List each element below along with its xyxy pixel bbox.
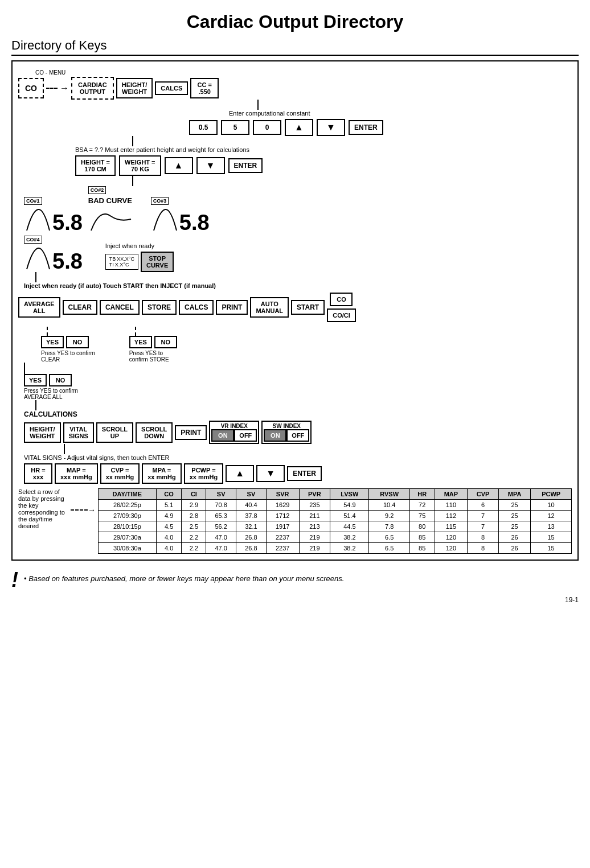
calc-height-weight-button[interactable]: HEIGHT/ WEIGHT: [24, 422, 61, 443]
calc-scroll-up-button[interactable]: SCROLL UP: [96, 422, 133, 443]
cc-val2[interactable]: 5: [221, 120, 249, 135]
vr-off-button[interactable]: OFF: [234, 429, 257, 442]
avg-no-button[interactable]: NO: [49, 374, 72, 386]
co1-svg: [24, 205, 52, 233]
table-cell: 6.5: [369, 532, 409, 543]
cc-up-arrow[interactable]: ▲: [285, 119, 313, 136]
arrow-comp-down: [132, 136, 572, 146]
table-cell: 213: [299, 521, 330, 532]
table-header-row: DAY/TIME CO CI SV SV SVR PVR LVSW RVSW H…: [98, 489, 571, 500]
table-cell: 72: [409, 500, 435, 511]
table-cell: 65.3: [206, 511, 236, 521]
cc-val1[interactable]: 0.5: [189, 120, 218, 135]
co4-inject-row: CO#4 5.8 Inject when ready TB XX.X°C TI: [24, 236, 572, 272]
coci-button[interactable]: CO/CI: [327, 308, 356, 322]
start-button[interactable]: START: [291, 300, 325, 315]
table-row[interactable]: 26/02:25p5.12.970.840.4162923554.910.472…: [98, 500, 571, 511]
store-yes-button[interactable]: YES: [129, 336, 152, 348]
table-cell: 8: [468, 543, 499, 554]
footer-note-section: ! • Based on features purchased, more or…: [11, 570, 579, 590]
table-cell: 30/08:30a: [98, 543, 156, 554]
mpa-box: MPA = xx mmHg: [142, 463, 182, 484]
calc-print-button[interactable]: PRINT: [175, 425, 207, 440]
table-row[interactable]: 30/08:30a4.02.247.026.8223721938.26.5851…: [98, 543, 571, 554]
co2-curve-group: CO#2 BAD CURVE: [88, 186, 134, 233]
co-menu-row: CO - MENU CO → CARDIAC OUTPUT HEIGHT/ WE…: [18, 69, 572, 100]
exclamation-mark: !: [11, 570, 18, 590]
col-header-cvp: CVP: [468, 489, 499, 500]
table-row[interactable]: 29/07:30a4.02.247.026.8223721938.26.5851…: [98, 532, 571, 543]
avg-yes-button[interactable]: YES: [24, 374, 47, 386]
calc-vital-signs-button[interactable]: VITAL SIGNS: [63, 422, 94, 443]
table-cell: 4.0: [156, 532, 182, 543]
table-row[interactable]: 28/10:15p4.52.556.232.1191721344.57.8801…: [98, 521, 571, 532]
auto-manual-button[interactable]: AUTO MANUAL: [250, 297, 289, 318]
vital-signs-row: HR = xxx MAP = xxx mmHg CVP = xx mmHg MP…: [24, 463, 572, 484]
table-cell: 10: [531, 500, 572, 511]
clear-button[interactable]: CLEAR: [63, 300, 97, 315]
table-cell: 1629: [266, 500, 299, 511]
co3-svg: [151, 205, 179, 233]
sw-on-button[interactable]: ON: [264, 429, 286, 442]
cardiac-output-button[interactable]: CARDIAC OUTPUT: [71, 77, 114, 100]
vs-enter[interactable]: ENTER: [287, 466, 322, 481]
bsa-enter[interactable]: ENTER: [228, 158, 263, 173]
average-all-button[interactable]: AVERAGE ALL: [18, 297, 60, 318]
calcs2-button[interactable]: CALCS: [179, 300, 214, 315]
cancel-button[interactable]: CANCEL: [100, 300, 140, 315]
avg-confirm-label: Press YES to confirm AVERAGE ALL: [24, 388, 572, 400]
vr-on-button[interactable]: ON: [211, 429, 234, 442]
store-no-button[interactable]: NO: [154, 336, 177, 348]
height-weight-button[interactable]: HEIGHT/ WEIGHT: [116, 78, 153, 98]
calcs-button[interactable]: CALCS: [155, 81, 188, 95]
col-header-mpa: MPA: [498, 489, 530, 500]
table-cell: 75: [409, 511, 435, 521]
table-cell: 12: [531, 511, 572, 521]
table-cell: 27/09:30p: [98, 511, 156, 521]
store-confirm-label: Press YES to confirm STORE: [129, 350, 169, 363]
print-button[interactable]: PRINT: [216, 300, 248, 315]
tb-ti-box: TB XX.X°C TI X.X°C: [105, 254, 138, 270]
data-table-container: DAY/TIME CO CI SV SV SVR PVR LVSW RVSW H…: [98, 488, 572, 554]
table-cell: 2.2: [182, 543, 206, 554]
bsa-up-arrow[interactable]: ▲: [165, 157, 193, 174]
cc-enter[interactable]: ENTER: [349, 120, 383, 135]
table-cell: 219: [299, 543, 330, 554]
weight-kg-box: WEIGHT = 70 KG: [119, 155, 161, 176]
sw-index-label: SW INDEX: [273, 423, 301, 429]
cc-val3[interactable]: 0: [253, 120, 281, 135]
clear-yes-button[interactable]: YES: [41, 336, 64, 348]
table-cell: 38.2: [330, 543, 369, 554]
vs-down-arrow[interactable]: ▼: [256, 465, 285, 482]
calculations-row: HEIGHT/ WEIGHT VITAL SIGNS SCROLL UP SCR…: [24, 421, 572, 444]
table-cell: 8: [468, 532, 499, 543]
table-cell: 1712: [266, 511, 299, 521]
col-header-pcwp: PCWP: [531, 489, 572, 500]
co-coci-group: CO CO/CI: [327, 293, 356, 322]
table-row[interactable]: 27/09:30p4.92.865.337.8171221151.49.2751…: [98, 511, 571, 521]
cc-value-box: CC = .550: [190, 78, 219, 98]
table-cell: 4.0: [156, 543, 182, 554]
col-header-daytime: DAY/TIME: [98, 489, 156, 500]
table-cell: 7: [468, 521, 499, 532]
clear-no-button[interactable]: NO: [66, 336, 89, 348]
table-cell: 2.8: [182, 511, 206, 521]
store-button[interactable]: STORE: [142, 300, 177, 315]
tb-ti-stop-row: TB XX.X°C TI X.X°C STOP CURVE: [105, 252, 174, 272]
cc-down-arrow[interactable]: ▼: [317, 119, 345, 136]
calc-scroll-down-button[interactable]: SCROLL DOWN: [136, 422, 173, 443]
vs-up-arrow[interactable]: ▲: [226, 465, 254, 482]
select-row-arrow: →: [71, 505, 96, 515]
sw-off-button[interactable]: OFF: [286, 429, 309, 442]
inject-label: Inject when ready (if auto) Touch START …: [24, 282, 572, 289]
table-cell: 26: [498, 532, 530, 543]
arrow-avg-down: [35, 400, 572, 410]
stop-curve-button[interactable]: STOP CURVE: [141, 252, 174, 272]
bsa-down-arrow[interactable]: ▼: [196, 157, 225, 174]
dashed-line-clear: [47, 327, 48, 336]
table-cell: 15: [531, 543, 572, 554]
co-top-button[interactable]: CO: [330, 293, 353, 306]
table-cell: 28/10:15p: [98, 521, 156, 532]
dashed-line-store: [135, 327, 136, 336]
co1-display: 5.8: [24, 205, 83, 233]
